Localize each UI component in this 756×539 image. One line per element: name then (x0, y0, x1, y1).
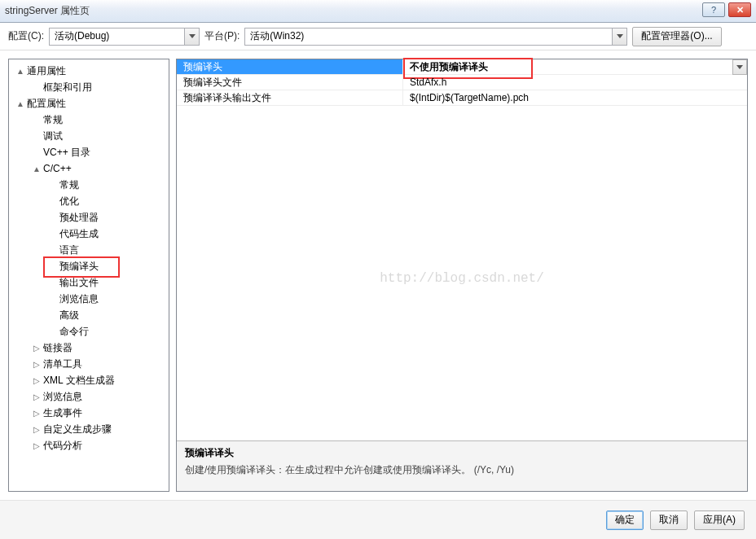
expand-icon: ▲ (15, 67, 25, 76)
tree-item-label: 预处理器 (59, 211, 99, 225)
property-name: 预编译头文件 (177, 75, 403, 90)
tree-item[interactable]: ▷生成事件 (9, 405, 169, 421)
top-controls: 配置(C): 活动(Debug) 平台(P): 活动(Win32) 配置管理器(… (0, 23, 756, 50)
window-buttons: ? ✕ (702, 2, 751, 17)
tree-item-label: C/C++ (43, 163, 72, 174)
tree-item[interactable]: 输出文件 (9, 274, 169, 291)
expand-icon: ▷ (32, 409, 42, 418)
tree-item[interactable]: 高级 (9, 307, 169, 323)
property-grid[interactable]: 预编译头不使用预编译译头预编译头文件StdAfx.h预编译译头输出文件$(Int… (177, 59, 747, 440)
config-label: 配置(C): (8, 29, 44, 43)
tree-item[interactable]: ▷清单工具 (9, 356, 169, 372)
dropdown-button[interactable] (732, 59, 747, 75)
apply-button[interactable]: 应用(A) (694, 511, 745, 530)
window-title: stringServer 属性页 (5, 4, 90, 18)
tree-item[interactable]: 浏览信息 (9, 291, 169, 307)
tree-item-label: 输出文件 (59, 276, 99, 290)
right-panel: 预编译头不使用预编译译头预编译头文件StdAfx.h预编译译头输出文件$(Int… (176, 59, 748, 492)
description-body: 创建/使用预编译译头：在生成过程中允许创建或使用预编译译头。 (/Yc, /Yu… (185, 463, 739, 477)
tree-item[interactable]: ▲通用属性 (9, 63, 169, 79)
category-tree[interactable]: ▲通用属性框架和引用▲配置属性常规调试VC++ 目录▲C/C++常规优化预处理器… (8, 59, 169, 492)
tree-item-label: 优化 (59, 195, 79, 208)
property-row[interactable]: 预编译头不使用预编译译头 (177, 59, 747, 75)
ok-button[interactable]: 确定 (606, 511, 644, 530)
cancel-button[interactable]: 取消 (650, 511, 688, 530)
description-title: 预编译译头 (185, 446, 739, 460)
expand-icon: ▷ (32, 441, 42, 450)
tree-item[interactable]: 优化 (9, 193, 169, 209)
tree-item-label: 浏览信息 (43, 390, 82, 404)
tree-item-label: VC++ 目录 (43, 146, 90, 160)
platform-label: 平台(P): (204, 29, 240, 43)
tree-item-label: 配置属性 (27, 97, 66, 111)
platform-value: 活动(Win32) (250, 29, 304, 43)
tree-item[interactable]: 语言 (9, 242, 169, 258)
property-value[interactable]: $(IntDir)$(TargetName).pch (403, 90, 747, 105)
expand-icon: ▷ (32, 360, 42, 369)
tree-item[interactable]: ▷XML 文档生成器 (9, 372, 169, 388)
platform-combo[interactable]: 活动(Win32) (244, 28, 627, 46)
tree-item[interactable]: 调试 (9, 128, 169, 144)
tree-item[interactable]: ▷代码分析 (9, 437, 169, 454)
tree-item[interactable]: ▲C/C++ (9, 160, 169, 177)
tree-item-label: 代码分析 (43, 439, 82, 453)
close-button[interactable]: ✕ (728, 2, 751, 17)
tree-item-label: XML 文档生成器 (43, 374, 115, 388)
tree-item[interactable]: 预编译头 (9, 258, 169, 274)
tree-item-label: 高级 (59, 309, 79, 322)
property-name: 预编译头 (177, 59, 403, 74)
config-manager-button[interactable]: 配置管理器(O)... (632, 27, 721, 46)
property-row[interactable]: 预编译头文件StdAfx.h (177, 75, 747, 90)
tree-item[interactable]: 框架和引用 (9, 79, 169, 95)
tree-item[interactable]: 命令行 (9, 323, 169, 340)
tree-item[interactable]: 代码生成 (9, 226, 169, 242)
config-value: 活动(Debug) (55, 29, 109, 43)
main-area: ▲通用属性框架和引用▲配置属性常规调试VC++ 目录▲C/C++常规优化预处理器… (0, 50, 756, 500)
title-bar: stringServer 属性页 ? ✕ (0, 0, 756, 23)
tree-item[interactable]: ▷浏览信息 (9, 388, 169, 405)
property-row[interactable]: 预编译译头输出文件$(IntDir)$(TargetName).pch (177, 90, 747, 106)
expand-icon: ▲ (15, 99, 25, 108)
expand-icon: ▷ (32, 376, 42, 385)
tree-item-label: 自定义生成步骤 (43, 423, 112, 436)
watermark: http://blog.csdn.net/ (380, 271, 544, 286)
property-name: 预编译译头输出文件 (177, 90, 403, 105)
tree-item[interactable]: ▷链接器 (9, 340, 169, 356)
tree-item-label: 代码生成 (59, 227, 99, 241)
tree-item-label: 框架和引用 (43, 81, 92, 94)
help-button[interactable]: ? (702, 2, 725, 17)
config-combo[interactable]: 活动(Debug) (49, 28, 200, 46)
chevron-down-icon (184, 28, 199, 45)
tree-item-label: 生成事件 (43, 406, 82, 420)
expand-icon: ▷ (32, 425, 42, 434)
tree-item-label: 常规 (43, 113, 63, 127)
chevron-down-icon (612, 28, 626, 45)
expand-icon: ▷ (32, 344, 42, 353)
tree-item[interactable]: 预处理器 (9, 209, 169, 226)
tree-item-label: 常规 (59, 178, 79, 192)
tree-item[interactable]: ▷自定义生成步骤 (9, 421, 169, 437)
tree-item-label: 调试 (43, 129, 63, 143)
tree-item-label: 清单工具 (43, 357, 82, 371)
expand-icon: ▷ (32, 392, 42, 401)
tree-item-label: 预编译头 (59, 260, 99, 274)
tree-item[interactable]: 常规 (9, 177, 169, 193)
property-value[interactable]: 不使用预编译译头 (403, 59, 747, 74)
property-value[interactable]: StdAfx.h (403, 75, 747, 90)
tree-item[interactable]: ▲配置属性 (9, 95, 169, 112)
tree-item-label: 浏览信息 (59, 292, 99, 306)
expand-icon: ▲ (32, 164, 42, 173)
tree-item-label: 语言 (59, 243, 79, 257)
tree-item[interactable]: VC++ 目录 (9, 144, 169, 160)
tree-item-label: 命令行 (59, 325, 89, 339)
tree-item-label: 链接器 (43, 341, 73, 355)
description-panel: 预编译译头 创建/使用预编译译头：在生成过程中允许创建或使用预编译译头。 (/Y… (177, 440, 747, 491)
tree-item[interactable]: 常规 (9, 112, 169, 128)
tree-item-label: 通用属性 (27, 64, 66, 78)
dialog-buttons: 确定 取消 应用(A) (0, 500, 756, 539)
